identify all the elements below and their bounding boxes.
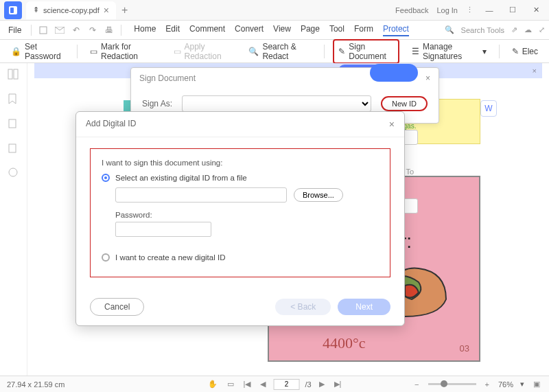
file-menu[interactable]: File bbox=[4, 25, 25, 35]
elec-icon: ✎ bbox=[512, 47, 519, 56]
maximize-button[interactable]: ☐ bbox=[505, 5, 520, 14]
mark-redaction-button[interactable]: ▭ Mark for Redaction bbox=[86, 39, 161, 64]
tab-tool[interactable]: Tool bbox=[329, 24, 344, 36]
thumbnails-icon[interactable] bbox=[8, 69, 20, 81]
left-panel bbox=[0, 63, 27, 376]
svg-rect-5 bbox=[14, 69, 18, 79]
add-dialog-title: Add Digital ID bbox=[86, 119, 136, 130]
page-number-input[interactable] bbox=[273, 379, 299, 390]
svg-rect-2 bbox=[40, 27, 47, 34]
page-dimensions: 27.94 x 21.59 cm bbox=[7, 380, 65, 389]
select-tool-icon[interactable]: ▭ bbox=[225, 380, 236, 389]
minimize-button[interactable]: — bbox=[482, 6, 497, 14]
option-new-id[interactable]: I want to create a new digital ID bbox=[102, 253, 379, 262]
login-link[interactable]: Log In bbox=[436, 6, 458, 14]
set-password-button[interactable]: 🔒 Set Password bbox=[7, 39, 69, 64]
zoom-dropdown-icon[interactable]: ▾ bbox=[520, 380, 524, 389]
attachments-icon[interactable] bbox=[8, 118, 20, 130]
sign-prompt: I want to sign this document using: bbox=[102, 159, 379, 167]
add-dialog-close-icon[interactable]: × bbox=[389, 119, 395, 130]
search-redact-button[interactable]: 🔍 Search & Redact bbox=[244, 39, 316, 64]
next-button[interactable]: Next bbox=[338, 299, 390, 315]
svg-point-8 bbox=[9, 168, 17, 176]
tab-view[interactable]: View bbox=[273, 24, 291, 36]
menu-tabs: Home Edit Comment Convert View Page Tool… bbox=[134, 24, 409, 36]
print-icon[interactable]: 🖶 bbox=[103, 24, 115, 36]
last-page-icon[interactable]: ▶| bbox=[332, 380, 344, 389]
add-digital-id-dialog: Add Digital ID × I want to sign this doc… bbox=[75, 111, 405, 326]
tab-protect[interactable]: Protect bbox=[383, 24, 409, 36]
banner-close-icon[interactable]: × bbox=[533, 67, 537, 75]
hand-tool-icon[interactable]: ✋ bbox=[206, 380, 220, 389]
search-icon[interactable]: 🔍 bbox=[445, 25, 454, 34]
sign-to-label: To bbox=[406, 168, 414, 176]
first-page-icon[interactable]: |◀ bbox=[242, 380, 253, 389]
chevron-down-icon: ▾ bbox=[482, 47, 487, 56]
cancel-button[interactable]: Cancel bbox=[90, 298, 144, 316]
next-page-icon[interactable]: ▶ bbox=[317, 380, 327, 389]
svg-rect-6 bbox=[9, 119, 16, 128]
pin-icon: ⇞ bbox=[33, 5, 39, 14]
apply-redact-icon: ▭ bbox=[174, 47, 181, 56]
tab-page[interactable]: Page bbox=[301, 24, 320, 36]
page-number-label: 03 bbox=[460, 343, 469, 354]
sign-document-button[interactable]: ✎ Sign Document bbox=[333, 39, 399, 64]
file-path-input[interactable] bbox=[115, 187, 287, 203]
zoom-out-icon[interactable]: − bbox=[412, 380, 421, 389]
svg-rect-7 bbox=[9, 144, 16, 152]
page-total: /3 bbox=[305, 380, 311, 389]
electronic-button[interactable]: ✎ Elec bbox=[508, 44, 542, 59]
zoom-slider[interactable] bbox=[428, 383, 476, 385]
sign-icon: ✎ bbox=[338, 47, 345, 56]
mail-icon[interactable] bbox=[54, 24, 66, 36]
radio-existing[interactable] bbox=[102, 174, 110, 182]
zoom-level: 76% bbox=[498, 380, 513, 389]
menubar: File ↶ ↷ 🖶 Home Edit Comment Convert Vie… bbox=[0, 21, 549, 40]
browse-button[interactable]: Browse... bbox=[294, 188, 343, 202]
tab-title: science-copy.pdf bbox=[43, 6, 100, 14]
word-export-icon[interactable]: W bbox=[480, 100, 497, 117]
document-tab[interactable]: ⇞ science-copy.pdf × bbox=[26, 1, 116, 19]
password-input[interactable] bbox=[115, 222, 211, 237]
undo-icon[interactable]: ↶ bbox=[70, 24, 82, 36]
close-tab-icon[interactable]: × bbox=[104, 5, 109, 16]
share-icon[interactable]: ⇗ bbox=[511, 25, 517, 34]
protect-ribbon: 🔒 Set Password ▭ Mark for Redaction ▭ Ap… bbox=[0, 40, 549, 63]
sign-as-label: Sign As: bbox=[142, 99, 172, 108]
tab-comment[interactable]: Comment bbox=[189, 24, 225, 36]
fit-page-icon[interactable]: ▣ bbox=[531, 380, 542, 389]
manage-signatures-button[interactable]: ☰ Manage Signatures ▾ bbox=[408, 39, 491, 64]
expand-icon[interactable]: ⤢ bbox=[539, 25, 545, 34]
tab-form[interactable]: Form bbox=[354, 24, 373, 36]
radio-new[interactable] bbox=[102, 253, 110, 262]
add-tab-button[interactable]: + bbox=[121, 4, 128, 16]
comments-icon[interactable] bbox=[8, 168, 20, 180]
feedback-link[interactable]: Feedback bbox=[395, 6, 428, 14]
highlighted-options-area: I want to sign this document using: Sele… bbox=[90, 148, 390, 277]
zoom-in-icon[interactable]: + bbox=[483, 380, 491, 389]
new-id-button[interactable]: New ID bbox=[381, 96, 428, 111]
tab-convert[interactable]: Convert bbox=[235, 24, 264, 36]
sign-submit-button[interactable] bbox=[370, 64, 418, 82]
save-icon[interactable] bbox=[37, 24, 49, 36]
redact-icon: ▭ bbox=[90, 47, 97, 56]
tab-home[interactable]: Home bbox=[134, 24, 156, 36]
search-redact-icon: 🔍 bbox=[248, 47, 259, 56]
redo-icon[interactable]: ↷ bbox=[86, 24, 99, 36]
option-existing-id[interactable]: Select an existing digital ID from a fil… bbox=[102, 174, 379, 182]
sign-dialog-close-icon[interactable]: × bbox=[425, 73, 430, 83]
tab-edit[interactable]: Edit bbox=[165, 24, 180, 36]
app-icon bbox=[4, 1, 22, 19]
sign-as-select[interactable] bbox=[182, 95, 371, 112]
bookmarks-icon[interactable] bbox=[8, 93, 20, 106]
statusbar: 27.94 x 21.59 cm ✋ ▭ |◀ ◀ /3 ▶ ▶| − + 76… bbox=[0, 376, 549, 392]
search-tools-text[interactable]: Search Tools bbox=[461, 26, 504, 34]
document-canvas: This document contains interactive form … bbox=[27, 63, 549, 376]
cloud-icon[interactable]: ☁ bbox=[524, 25, 532, 34]
apply-redaction-button: ▭ Apply Redaction bbox=[170, 39, 237, 64]
prev-page-icon[interactable]: ◀ bbox=[258, 380, 268, 389]
close-window-button[interactable]: ✕ bbox=[528, 5, 544, 14]
manage-sig-icon: ☰ bbox=[412, 47, 419, 56]
more-icon[interactable]: ⋮ bbox=[466, 5, 474, 14]
layers-icon[interactable] bbox=[8, 143, 20, 155]
